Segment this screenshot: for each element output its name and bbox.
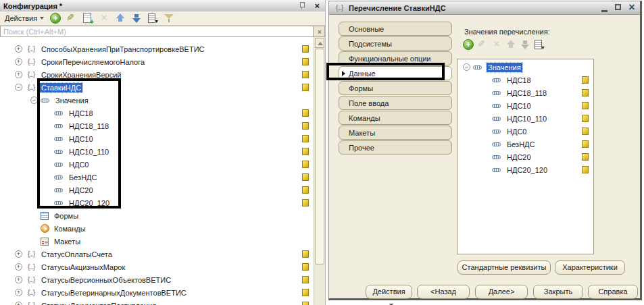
edit-icon[interactable] (66, 13, 77, 24)
tab-функциональные-опции[interactable]: Функциональные опции (339, 51, 452, 65)
maximize-icon[interactable] (613, 3, 624, 13)
panel-close-icon[interactable]: × (314, 0, 320, 11)
tree-item[interactable]: −{...}СтавкиНДС (0, 81, 314, 94)
tree-item[interactable]: +{...}СрокиХраненияВерсий (0, 68, 314, 81)
tree-item[interactable]: +{...}СтатусыДокументовПоступления (0, 299, 314, 305)
tab-поле-ввода[interactable]: Поле ввода (339, 96, 452, 110)
val-icon (54, 201, 63, 205)
dialog-actions-button[interactable]: Действия (366, 285, 412, 299)
tab-прочее[interactable]: Прочее (339, 140, 452, 155)
pin-icon[interactable] (299, 2, 305, 9)
tree-item[interactable]: НДС0 (0, 158, 314, 171)
filter-icon[interactable] (164, 13, 174, 24)
search-clear-button[interactable]: × (314, 26, 325, 37)
search-placeholder: Поиск (Ctrl+Alt+M) (3, 28, 66, 36)
subsystem-cube-icon (302, 58, 309, 65)
collapse-icon[interactable]: − (463, 63, 470, 71)
expand-icon[interactable]: + (15, 250, 22, 258)
scroll-up-icon[interactable] (315, 38, 324, 48)
collapse-icon[interactable]: − (15, 84, 22, 91)
tab-основные[interactable]: Основные (339, 22, 452, 36)
tab-формы[interactable]: Формы (339, 81, 452, 95)
tree-item[interactable]: +{...}СтатусыВетеринарныхДокументовВЕТИС (0, 286, 314, 299)
minimize-icon[interactable] (599, 3, 610, 13)
forms-icon (41, 212, 49, 220)
tree-item-label: НДС18_118 (68, 121, 110, 131)
move-down-icon[interactable] (131, 13, 142, 24)
val-icon (492, 117, 501, 121)
tree-item[interactable]: НДС0 (457, 125, 593, 138)
tree-item[interactable]: НДС18_118 (457, 86, 593, 99)
tree-item[interactable]: +{...}СпособыХраненияПриТранспортировкеВ… (0, 43, 314, 55)
tree-item[interactable]: НДС18 (0, 107, 314, 119)
tree-item-label: НДС20_120 (68, 198, 111, 208)
panel-toolbar-icons (50, 13, 174, 24)
expand-icon[interactable]: + (15, 71, 22, 78)
close-button[interactable]: Закрыть (533, 285, 583, 299)
tree-item[interactable]: −Значения (457, 61, 593, 74)
panel-scrollbar[interactable] (314, 37, 325, 305)
tree-item[interactable]: НДС10_110 (0, 145, 314, 158)
add-icon[interactable] (463, 39, 474, 50)
sort-list-icon[interactable] (147, 13, 158, 24)
tree-item[interactable]: НДС20 (457, 150, 593, 163)
sort-list-icon[interactable] (534, 39, 545, 50)
dialog-title: Перечисление СтавкиНДС (349, 4, 446, 12)
tab-данные[interactable]: Данные (339, 66, 452, 80)
actions-label: Действия (5, 14, 37, 22)
subsystem-cube-icon (302, 199, 309, 206)
expand-icon[interactable]: + (15, 302, 22, 305)
collapse-icon[interactable]: − (30, 96, 38, 104)
tree-item[interactable]: −Значения (0, 94, 314, 107)
expand-icon[interactable]: + (15, 58, 22, 65)
tree-item[interactable]: Формы (0, 209, 314, 222)
screen: Конфигурация * × Действия Поиск (Ctrl+Al… (0, 0, 644, 305)
search-input[interactable]: Поиск (Ctrl+Alt+M) (0, 26, 314, 37)
expand-icon[interactable]: + (15, 263, 22, 271)
tree-item[interactable]: +{...}СтатусОплатыСчета (0, 248, 314, 260)
tree-item[interactable]: НДС10 (0, 132, 314, 145)
tree-item[interactable]: НДС20_120 (0, 196, 314, 209)
next-button[interactable]: Далее> (475, 285, 528, 299)
expand-icon[interactable]: + (15, 276, 22, 283)
actions-menu-button[interactable]: Действия (3, 14, 45, 22)
tree-item[interactable]: НДС18 (457, 74, 593, 86)
enum-icon: {...} (25, 250, 37, 258)
val-icon (54, 124, 63, 128)
tree-item[interactable]: +{...}СтатусыВерсионныхОбъектовВЕТИС (0, 273, 314, 286)
subsystem-cube-icon (302, 71, 309, 78)
dialog-tab-list: ОсновныеПодсистемыФункциональные опцииДа… (339, 22, 452, 155)
panel-toolbar: Действия (0, 11, 325, 26)
tab-макеты[interactable]: Макеты (339, 126, 452, 140)
tree-item[interactable]: БезНДС (0, 171, 314, 184)
scroll-thumb[interactable] (315, 49, 324, 265)
tree-item[interactable]: +{...}СрокиПеречисляемогоНалога (0, 55, 314, 68)
characteristics-button[interactable]: Характеристики (555, 260, 625, 275)
tree-item[interactable]: БезНДС (457, 138, 593, 150)
move-up-icon[interactable] (115, 13, 126, 24)
tree-item-label: СтатусОплатыСчета (40, 250, 114, 259)
tab-подсистемы[interactable]: Подсистемы (339, 36, 452, 51)
add-icon[interactable] (50, 13, 61, 24)
enum-icon: {...} (25, 84, 37, 91)
enum-icon: {...} (25, 71, 37, 78)
tree-item[interactable]: Команды (0, 222, 314, 235)
tree-item[interactable]: НДС20 (0, 184, 314, 196)
standard-attributes-button[interactable]: Стандартные реквизиты (457, 260, 551, 275)
expand-icon[interactable]: + (15, 289, 22, 296)
help-button[interactable]: Справка (588, 285, 638, 299)
tree-item-label: Команды (53, 224, 87, 233)
tab-команды[interactable]: Команды (339, 111, 452, 125)
tree-item[interactable]: НДС20_120 (457, 163, 593, 176)
val-icon (54, 175, 63, 179)
tree-item[interactable]: +{...}СтатусыАкцизныхМарок (0, 260, 314, 273)
tree-item[interactable]: Макеты (0, 235, 314, 248)
tree-item[interactable]: НДС10 (457, 99, 593, 112)
tree-item-label: НДС18 (68, 109, 95, 118)
dialog-close-icon[interactable] (626, 3, 637, 13)
expand-icon[interactable]: + (15, 45, 22, 53)
back-button[interactable]: <Назад (417, 285, 470, 299)
tree-item[interactable]: НДС10_110 (457, 112, 593, 125)
tree-item[interactable]: НДС18_118 (0, 119, 314, 132)
copy-add-icon[interactable] (82, 13, 93, 24)
